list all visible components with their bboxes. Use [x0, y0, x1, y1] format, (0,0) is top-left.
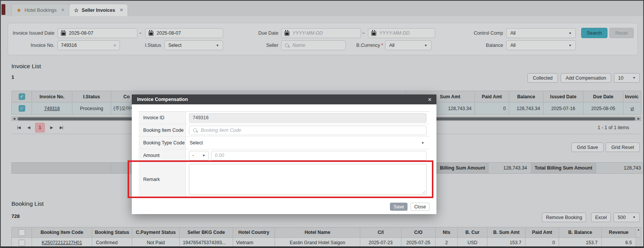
invoice-id-row: Invoice ID 749316 — [139, 112, 430, 124]
invoice-id-input: 749316 — [189, 113, 427, 123]
amount-sign-select[interactable]: - ▼ — [189, 151, 209, 160]
select-value: - — [192, 153, 194, 158]
amount-label: Amount — [139, 149, 186, 162]
invoice-id-label: Invoice ID — [139, 112, 186, 124]
chevron-down-icon: ▼ — [421, 141, 424, 145]
input-placeholder: 0.00 — [215, 153, 224, 158]
booking-type-code-label: Booking Type Code — [139, 137, 186, 149]
save-button[interactable]: Save — [390, 203, 407, 211]
amount-input[interactable]: 0.00 — [211, 151, 427, 160]
close-icon[interactable]: ✕ — [428, 97, 432, 102]
input-placeholder: Booking Item Code — [201, 128, 241, 133]
select-value: Select — [190, 140, 203, 146]
app-window: ★ Hotel Bookings ✕ ☆ Seller Invoices ✕ I… — [0, 0, 644, 248]
booking-type-code-row: Booking Type Code Select ▼ — [139, 137, 430, 149]
booking-type-code-select[interactable]: Select ▼ — [186, 137, 430, 149]
close-button[interactable]: Close — [411, 203, 430, 211]
search-icon — [193, 128, 198, 133]
booking-item-code-input[interactable]: Booking Item Code — [189, 126, 427, 135]
booking-item-code-label: Booking Item Code — [139, 124, 186, 136]
input-value: 749316 — [193, 115, 209, 120]
modal-header[interactable]: Invoice Compensation ✕ — [132, 94, 436, 104]
booking-item-code-row: Booking Item Code Booking Item Code — [139, 124, 430, 137]
chevron-down-icon: ▼ — [202, 154, 205, 157]
modal-footer: Save Close — [390, 203, 430, 211]
annotation-highlight-box — [128, 160, 433, 198]
window-bottom-edge — [1, 246, 643, 248]
modal-title: Invoice Compensation — [137, 97, 188, 102]
